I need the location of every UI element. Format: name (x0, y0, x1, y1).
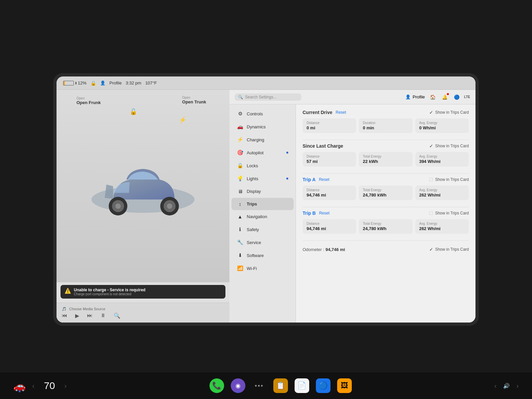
sidebar-item-navigation[interactable]: ▲ Navigation (231, 210, 294, 223)
trip-a-energy-label: Total Energy (363, 188, 408, 192)
play-button[interactable]: ▶ (75, 313, 79, 319)
search-box[interactable]: 🔍 Search Settings... (235, 93, 301, 101)
trip-a-section: Trip A Reset ☐ Show in Trips Card Distan… (303, 177, 469, 200)
bluetooth-icon-btn[interactable]: 🔵 (452, 92, 462, 102)
current-distance-box: Distance 0 mi (303, 118, 356, 133)
trip-b-distance-value: 94,746 mi (307, 226, 352, 231)
divider-2 (303, 173, 469, 174)
odometer-check-icon: ✓ (429, 247, 433, 252)
wifi-icon: 📶 (237, 265, 243, 271)
car-taskbar-icon: 🚗 (13, 380, 26, 391)
bluetooth-app[interactable]: 🔵 (316, 378, 331, 393)
settings-panel: 🔍 Search Settings... 👤 Profile 🏠 🔔 (229, 90, 475, 323)
bell-icon-btn[interactable]: 🔔 (440, 92, 450, 102)
charge-distance-box: Distance 57 mi (303, 152, 356, 167)
sidebar-item-software[interactable]: ⬇ Software (231, 249, 294, 262)
ai-icon: ◉ (235, 382, 241, 389)
sidebar-item-service[interactable]: 🔧 Service (231, 236, 294, 249)
autopilot-dot (286, 152, 288, 154)
frunk-label[interactable]: Open Open Frunk (76, 96, 101, 105)
battery-fill (64, 81, 65, 85)
phone-app[interactable]: 📞 (209, 378, 224, 393)
sidebar-item-charging[interactable]: ⚡ Charging (231, 133, 294, 146)
current-energy-box: Avg. Energy 0 Wh/mi (415, 118, 469, 133)
charging-label: Charging (247, 137, 264, 142)
current-duration-value: 0 min (363, 125, 408, 130)
navigation-label: Navigation (247, 214, 267, 219)
dynamics-label: Dynamics (247, 124, 266, 129)
left-panel: Open Open Frunk Open Open Trunk (57, 90, 229, 323)
taskbar-nav-left[interactable]: ‹ (32, 382, 35, 390)
phone-icon: 📞 (212, 381, 221, 390)
warning-title: Unable to charge - Service is required (74, 288, 145, 292)
car-taskbar-btn[interactable]: 🚗 (13, 380, 26, 392)
trip-b-title[interactable]: Trip B (303, 210, 316, 216)
trip-a-check-icon: ☐ (429, 177, 433, 182)
current-energy-value: 0 Wh/mi (419, 125, 465, 130)
sidebar-item-wifi[interactable]: 📶 Wi-Fi (231, 262, 294, 275)
trip-b-show-trips[interactable]: ☐ Show in Trips Card (429, 210, 469, 216)
software-icon: ⬇ (237, 252, 243, 258)
divider-1 (303, 140, 469, 140)
home-icon-btn[interactable]: 🏠 (428, 92, 438, 102)
current-drive-reset[interactable]: Reset (335, 110, 346, 115)
settings-header: 🔍 Search Settings... 👤 Profile 🏠 🔔 (229, 90, 475, 104)
lights-label: Lights (247, 176, 258, 181)
ai-app[interactable]: ◉ (231, 378, 245, 393)
sidebar-item-lights[interactable]: 💡 Lights (231, 172, 294, 185)
trip-a-reset[interactable]: Reset (319, 177, 329, 182)
more-icon: ••• (255, 382, 264, 390)
more-app[interactable]: ••• (252, 378, 267, 393)
safety-icon: ℹ (237, 226, 243, 232)
since-charge-show-trips[interactable]: ✓ Show in Trips Card (429, 143, 469, 149)
warning-subtitle: Charge port component is not detected (74, 292, 145, 296)
next-button[interactable]: ⏭ (87, 313, 92, 319)
notes-app[interactable]: 📋 (273, 378, 288, 393)
volume-nav-right[interactable]: › (516, 382, 519, 390)
current-drive-trips-label: Show in Trips Card (435, 110, 469, 115)
charge-energy-label: Total Energy (363, 155, 408, 158)
photos-app[interactable]: 🖼 (337, 378, 352, 393)
notification-dot (447, 93, 449, 95)
trunk-open-text: Open (182, 96, 206, 99)
volume-nav-left[interactable]: ‹ (494, 382, 497, 390)
header-profile[interactable]: 👤 Profile (405, 94, 425, 99)
taskbar-nav-right[interactable]: › (65, 382, 67, 390)
current-drive-show-trips[interactable]: ✓ Show in Trips Card (429, 110, 469, 115)
taskbar: 🚗 ‹ 70 › 📞 ◉ ••• 📋 📄 🔵 🖼 ‹ 🔊 › (0, 372, 532, 399)
sidebar-item-locks[interactable]: 🔒 Locks (231, 159, 294, 172)
sidebar-item-autopilot[interactable]: 🎯 Autopilot (231, 146, 294, 159)
sidebar-item-dynamics[interactable]: 🚗 Dynamics (231, 120, 294, 133)
notepad-app[interactable]: 📄 (295, 378, 309, 393)
trip-a-show-trips[interactable]: ☐ Show in Trips Card (429, 177, 469, 182)
notepad-icon: 📄 (297, 381, 306, 390)
safety-label: Safety (247, 227, 259, 232)
trip-b-energy-label: Total Energy (363, 222, 408, 225)
autopilot-label: Autopilot (247, 150, 264, 155)
sidebar-item-trips[interactable]: ↕ Trips (231, 198, 294, 210)
charge-avg-box: Avg. Energy 394 Wh/mi (415, 152, 469, 167)
media-bar: 🎵 Choose Media Source ⏮ ▶ ⏭ ⏸ 🔍 (57, 303, 229, 323)
charge-energy-box: Total Energy 22 kWh (359, 152, 412, 167)
odometer-show-trips[interactable]: ✓ Show in Trips Card (429, 247, 469, 252)
trip-b-reset[interactable]: Reset (319, 211, 330, 215)
since-charge-title: Since Last Charge (303, 143, 343, 149)
controls-icon: ⚙ (237, 111, 243, 117)
tesla-screen: 12% 🔒 👤 Profile 3:32 pm 107°F Open Open … (53, 73, 479, 326)
search-media-button[interactable]: 🔍 (114, 313, 120, 319)
sidebar-item-safety[interactable]: ℹ Safety (231, 223, 294, 236)
prev-button[interactable]: ⏮ (62, 313, 67, 319)
trunk-label[interactable]: Open Open Trunk (182, 96, 206, 104)
trip-a-avg-label: Avg. Energy (419, 188, 465, 192)
trip-b-trips-label: Show in Trips Card (435, 211, 469, 215)
bluetooth-app-icon: 🔵 (319, 381, 328, 390)
sidebar-item-display[interactable]: 🖥 Display (231, 185, 294, 198)
media-controls[interactable]: ⏮ ▶ ⏭ ⏸ 🔍 (62, 313, 224, 319)
warning-banner: ⚠️ Unable to charge - Service is require… (61, 285, 225, 299)
volume-control[interactable]: 🔊 (503, 383, 510, 389)
trip-a-title[interactable]: Trip A (303, 177, 316, 182)
eq-button[interactable]: ⏸ (100, 313, 106, 319)
current-distance-label: Distance (307, 121, 352, 125)
sidebar-item-controls[interactable]: ⚙ Controls (231, 107, 294, 120)
trip-b-energy-value: 24,780 kWh (363, 226, 408, 231)
